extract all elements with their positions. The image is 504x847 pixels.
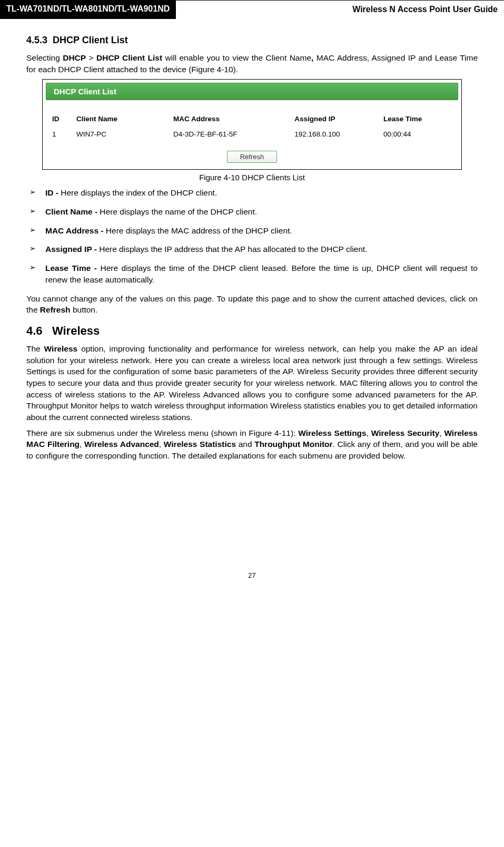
section-number: 4.6 — [26, 324, 43, 337]
term: Assigned IP - — [45, 245, 99, 254]
text: button. — [71, 305, 98, 314]
figure-4-10: DHCP Client List ID Client Name MAC Addr… — [42, 79, 462, 170]
text: The — [26, 344, 44, 353]
cell-lease: 00:00:44 — [381, 128, 454, 148]
text: , — [80, 440, 84, 449]
section-453-intro: Selecting DHCP > DHCP Client List will e… — [26, 52, 478, 75]
section-title: DHCP Client List — [53, 35, 128, 45]
section-453-heading: 4.5.3 DHCP Client List — [26, 35, 478, 46]
text: There are six submenus under the Wireles… — [26, 429, 298, 437]
list-item: ID - Here displays the index of the DHCP… — [26, 187, 478, 199]
section-46-heading: 4.6 Wireless — [26, 324, 478, 338]
bold-text: Wireless Settings — [298, 429, 367, 437]
client-table: ID Client Name MAC Address Assigned IP L… — [50, 112, 454, 148]
refresh-row: Refresh — [50, 151, 454, 163]
section-title: Wireless — [52, 324, 100, 337]
table-row: 1 WIN7-PC D4-3D-7E-BF-61-5F 192.168.0.10… — [50, 128, 454, 148]
text: and — [236, 440, 254, 449]
text: option, improving functionality and perf… — [26, 344, 478, 422]
text: will enable you to view the Client Name — [162, 53, 311, 62]
bold-text: DHCP Client List — [96, 53, 162, 62]
col-id: ID — [50, 112, 74, 128]
bold-text: Wireless Security — [371, 429, 440, 437]
refresh-button[interactable]: Refresh — [227, 151, 278, 163]
desc: Here displays the time of the DHCP clien… — [45, 264, 478, 284]
term: Client Name - — [45, 207, 100, 216]
section-number: 4.5.3 — [26, 35, 47, 45]
bold-text: Wireless Advanced — [84, 440, 159, 449]
page-content: 4.5.3 DHCP Client List Selecting DHCP > … — [0, 19, 504, 476]
text: , — [367, 429, 371, 437]
cell-ip: 192.168.0.100 — [292, 128, 381, 148]
col-mac: MAC Address — [171, 112, 292, 128]
header-title: Wireless N Access Point User Guide — [176, 0, 504, 19]
term: ID - — [45, 188, 61, 197]
list-item: Assigned IP - Here displays the IP addre… — [26, 244, 478, 255]
cell-name: WIN7-PC — [74, 128, 171, 148]
cell-id: 1 — [50, 128, 74, 148]
desc: Here displays the MAC address of the DHC… — [106, 226, 292, 235]
figure-caption: Figure 4-10 DHCP Clients List — [26, 173, 478, 182]
bold-text: Wireless Statistics — [164, 440, 236, 449]
bold-text: Refresh — [40, 305, 71, 314]
desc: Here displays the index of the DHCP clie… — [61, 188, 217, 197]
text: , — [159, 440, 164, 449]
wireless-p1: The Wireless option, improving functiona… — [26, 343, 478, 423]
page-header: TL-WA701ND/TL-WA801ND/TL-WA901ND Wireles… — [0, 0, 504, 19]
client-table-area: ID Client Name MAC Address Assigned IP L… — [46, 112, 458, 163]
refresh-note: You cannot change any of the values on t… — [26, 293, 478, 316]
cell-mac: D4-3D-7E-BF-61-5F — [171, 128, 292, 148]
dhcp-client-list-header: DHCP Client List — [46, 83, 458, 100]
bold-text: DHCP — [63, 53, 86, 62]
bold-text: Wireless — [44, 344, 78, 353]
col-ip: Assigned IP — [292, 112, 381, 128]
text: Selecting — [26, 53, 63, 62]
header-model: TL-WA701ND/TL-WA801ND/TL-WA901ND — [0, 0, 176, 19]
page-number: 27 — [0, 571, 504, 590]
term: Lease Time - — [45, 264, 100, 272]
bold-text: Throughput Monitor — [254, 440, 332, 449]
text: > — [86, 53, 96, 62]
list-item: Client Name - Here displays the name of … — [26, 206, 478, 218]
term: MAC Address - — [45, 226, 106, 235]
desc: Here displays the IP address that the AP… — [99, 245, 367, 254]
desc: Here displays the name of the DHCP clien… — [100, 207, 257, 216]
wireless-p2: There are six submenus under the Wireles… — [26, 427, 478, 462]
col-name: Client Name — [74, 112, 171, 128]
col-lease: Lease Time — [381, 112, 454, 128]
field-descriptions: ID - Here displays the index of the DHCP… — [26, 187, 478, 285]
table-header-row: ID Client Name MAC Address Assigned IP L… — [50, 112, 454, 128]
list-item: Lease Time - Here displays the time of t… — [26, 262, 478, 285]
list-item: MAC Address - Here displays the MAC addr… — [26, 225, 478, 237]
